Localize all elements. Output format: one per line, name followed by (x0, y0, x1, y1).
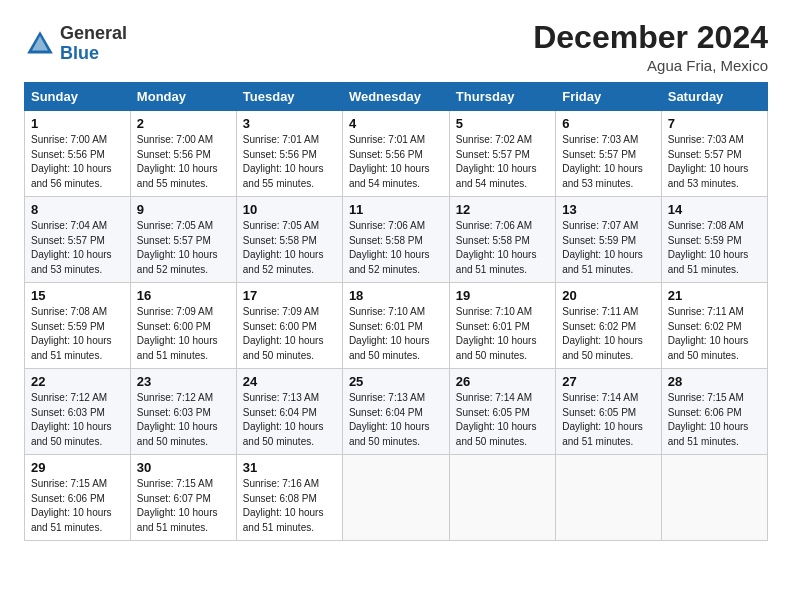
calendar-header-row: Sunday Monday Tuesday Wednesday Thursday… (25, 83, 768, 111)
logo: General Blue (24, 24, 127, 64)
day-number: 1 (31, 116, 124, 131)
day-info: Sunrise: 7:06 AM Sunset: 5:58 PM Dayligh… (349, 219, 443, 277)
table-row: 28Sunrise: 7:15 AM Sunset: 6:06 PM Dayli… (661, 369, 767, 455)
day-info: Sunrise: 7:00 AM Sunset: 5:56 PM Dayligh… (31, 133, 124, 191)
day-number: 10 (243, 202, 336, 217)
day-info: Sunrise: 7:01 AM Sunset: 5:56 PM Dayligh… (349, 133, 443, 191)
day-number: 26 (456, 374, 549, 389)
table-row (556, 455, 662, 541)
day-info: Sunrise: 7:06 AM Sunset: 5:58 PM Dayligh… (456, 219, 549, 277)
table-row: 22Sunrise: 7:12 AM Sunset: 6:03 PM Dayli… (25, 369, 131, 455)
day-number: 16 (137, 288, 230, 303)
day-number: 8 (31, 202, 124, 217)
table-row: 5Sunrise: 7:02 AM Sunset: 5:57 PM Daylig… (449, 111, 555, 197)
table-row: 17Sunrise: 7:09 AM Sunset: 6:00 PM Dayli… (236, 283, 342, 369)
day-info: Sunrise: 7:07 AM Sunset: 5:59 PM Dayligh… (562, 219, 655, 277)
calendar-row-5: 29Sunrise: 7:15 AM Sunset: 6:06 PM Dayli… (25, 455, 768, 541)
table-row: 7Sunrise: 7:03 AM Sunset: 5:57 PM Daylig… (661, 111, 767, 197)
day-info: Sunrise: 7:08 AM Sunset: 5:59 PM Dayligh… (31, 305, 124, 363)
day-info: Sunrise: 7:08 AM Sunset: 5:59 PM Dayligh… (668, 219, 761, 277)
day-info: Sunrise: 7:12 AM Sunset: 6:03 PM Dayligh… (137, 391, 230, 449)
day-number: 5 (456, 116, 549, 131)
day-info: Sunrise: 7:11 AM Sunset: 6:02 PM Dayligh… (668, 305, 761, 363)
logo-icon (24, 28, 56, 60)
day-info: Sunrise: 7:13 AM Sunset: 6:04 PM Dayligh… (349, 391, 443, 449)
day-number: 9 (137, 202, 230, 217)
day-info: Sunrise: 7:13 AM Sunset: 6:04 PM Dayligh… (243, 391, 336, 449)
day-number: 13 (562, 202, 655, 217)
day-number: 2 (137, 116, 230, 131)
day-info: Sunrise: 7:10 AM Sunset: 6:01 PM Dayligh… (456, 305, 549, 363)
table-row: 27Sunrise: 7:14 AM Sunset: 6:05 PM Dayli… (556, 369, 662, 455)
day-info: Sunrise: 7:02 AM Sunset: 5:57 PM Dayligh… (456, 133, 549, 191)
table-row: 15Sunrise: 7:08 AM Sunset: 5:59 PM Dayli… (25, 283, 131, 369)
header-wednesday: Wednesday (342, 83, 449, 111)
day-info: Sunrise: 7:05 AM Sunset: 5:57 PM Dayligh… (137, 219, 230, 277)
day-number: 11 (349, 202, 443, 217)
day-number: 28 (668, 374, 761, 389)
table-row: 3Sunrise: 7:01 AM Sunset: 5:56 PM Daylig… (236, 111, 342, 197)
table-row: 14Sunrise: 7:08 AM Sunset: 5:59 PM Dayli… (661, 197, 767, 283)
table-row: 11Sunrise: 7:06 AM Sunset: 5:58 PM Dayli… (342, 197, 449, 283)
table-row: 24Sunrise: 7:13 AM Sunset: 6:04 PM Dayli… (236, 369, 342, 455)
logo-general: General (60, 24, 127, 44)
day-number: 24 (243, 374, 336, 389)
table-row: 8Sunrise: 7:04 AM Sunset: 5:57 PM Daylig… (25, 197, 131, 283)
day-number: 15 (31, 288, 124, 303)
day-info: Sunrise: 7:11 AM Sunset: 6:02 PM Dayligh… (562, 305, 655, 363)
calendar-row-4: 22Sunrise: 7:12 AM Sunset: 6:03 PM Dayli… (25, 369, 768, 455)
day-number: 12 (456, 202, 549, 217)
day-info: Sunrise: 7:14 AM Sunset: 6:05 PM Dayligh… (456, 391, 549, 449)
day-info: Sunrise: 7:15 AM Sunset: 6:06 PM Dayligh… (668, 391, 761, 449)
day-number: 20 (562, 288, 655, 303)
day-info: Sunrise: 7:15 AM Sunset: 6:07 PM Dayligh… (137, 477, 230, 535)
day-number: 18 (349, 288, 443, 303)
table-row: 16Sunrise: 7:09 AM Sunset: 6:00 PM Dayli… (130, 283, 236, 369)
calendar-row-2: 8Sunrise: 7:04 AM Sunset: 5:57 PM Daylig… (25, 197, 768, 283)
table-row: 2Sunrise: 7:00 AM Sunset: 5:56 PM Daylig… (130, 111, 236, 197)
day-info: Sunrise: 7:16 AM Sunset: 6:08 PM Dayligh… (243, 477, 336, 535)
table-row: 30Sunrise: 7:15 AM Sunset: 6:07 PM Dayli… (130, 455, 236, 541)
page-header: General Blue December 2024 Agua Fria, Me… (24, 20, 768, 74)
table-row (661, 455, 767, 541)
day-number: 7 (668, 116, 761, 131)
day-info: Sunrise: 7:14 AM Sunset: 6:05 PM Dayligh… (562, 391, 655, 449)
logo-text: General Blue (60, 24, 127, 64)
table-row: 31Sunrise: 7:16 AM Sunset: 6:08 PM Dayli… (236, 455, 342, 541)
day-number: 29 (31, 460, 124, 475)
table-row: 1Sunrise: 7:00 AM Sunset: 5:56 PM Daylig… (25, 111, 131, 197)
table-row (449, 455, 555, 541)
day-info: Sunrise: 7:15 AM Sunset: 6:06 PM Dayligh… (31, 477, 124, 535)
day-number: 4 (349, 116, 443, 131)
day-number: 14 (668, 202, 761, 217)
table-row: 4Sunrise: 7:01 AM Sunset: 5:56 PM Daylig… (342, 111, 449, 197)
header-saturday: Saturday (661, 83, 767, 111)
header-thursday: Thursday (449, 83, 555, 111)
table-row: 9Sunrise: 7:05 AM Sunset: 5:57 PM Daylig… (130, 197, 236, 283)
header-monday: Monday (130, 83, 236, 111)
calendar-table: Sunday Monday Tuesday Wednesday Thursday… (24, 82, 768, 541)
day-info: Sunrise: 7:12 AM Sunset: 6:03 PM Dayligh… (31, 391, 124, 449)
header-sunday: Sunday (25, 83, 131, 111)
table-row: 12Sunrise: 7:06 AM Sunset: 5:58 PM Dayli… (449, 197, 555, 283)
day-info: Sunrise: 7:04 AM Sunset: 5:57 PM Dayligh… (31, 219, 124, 277)
header-tuesday: Tuesday (236, 83, 342, 111)
table-row: 19Sunrise: 7:10 AM Sunset: 6:01 PM Dayli… (449, 283, 555, 369)
day-info: Sunrise: 7:09 AM Sunset: 6:00 PM Dayligh… (137, 305, 230, 363)
title-block: December 2024 Agua Fria, Mexico (533, 20, 768, 74)
table-row: 26Sunrise: 7:14 AM Sunset: 6:05 PM Dayli… (449, 369, 555, 455)
day-number: 31 (243, 460, 336, 475)
day-number: 30 (137, 460, 230, 475)
table-row: 23Sunrise: 7:12 AM Sunset: 6:03 PM Dayli… (130, 369, 236, 455)
day-number: 25 (349, 374, 443, 389)
location: Agua Fria, Mexico (533, 57, 768, 74)
day-number: 22 (31, 374, 124, 389)
table-row: 13Sunrise: 7:07 AM Sunset: 5:59 PM Dayli… (556, 197, 662, 283)
table-row: 20Sunrise: 7:11 AM Sunset: 6:02 PM Dayli… (556, 283, 662, 369)
day-number: 6 (562, 116, 655, 131)
calendar-row-1: 1Sunrise: 7:00 AM Sunset: 5:56 PM Daylig… (25, 111, 768, 197)
day-number: 19 (456, 288, 549, 303)
day-info: Sunrise: 7:09 AM Sunset: 6:00 PM Dayligh… (243, 305, 336, 363)
day-info: Sunrise: 7:00 AM Sunset: 5:56 PM Dayligh… (137, 133, 230, 191)
table-row: 29Sunrise: 7:15 AM Sunset: 6:06 PM Dayli… (25, 455, 131, 541)
